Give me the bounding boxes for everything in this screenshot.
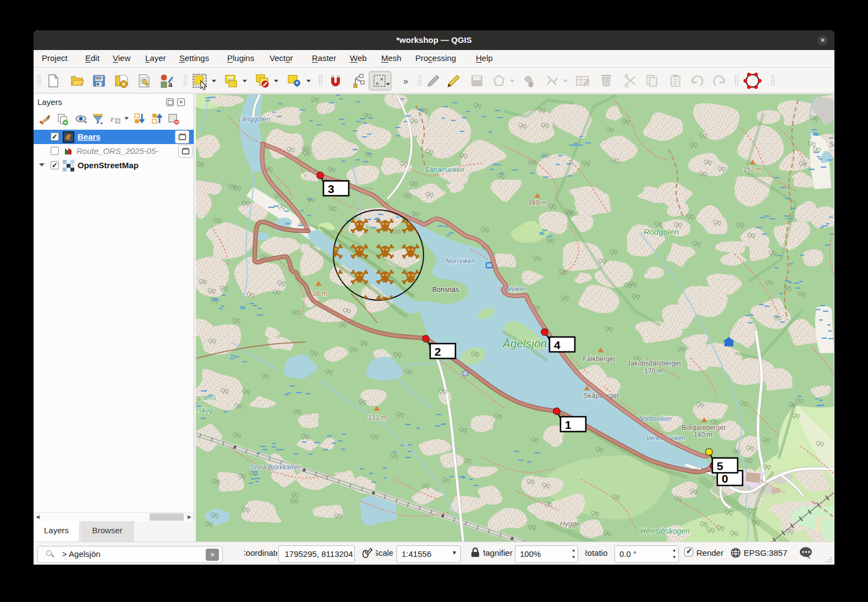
svg-text:Herrsjöskogen: Herrsjöskogen [640,527,690,535]
svg-text:Ågelsjön: Ågelsjön [502,337,547,350]
svg-text:gölens: gölens [196,394,216,402]
svg-text:152 m: 152 m [743,165,761,173]
svg-text:Borgareberget: Borgareberget [682,424,726,432]
svg-text:a: a [168,80,173,89]
svg-text:Långgölen: Långgölen [238,115,270,123]
svg-text:3: 3 [328,183,334,195]
svg-text:140 m: 140 m [694,431,712,439]
svg-text:4: 4 [554,339,561,351]
svg-text:Rödgölen: Rödgölen [644,227,679,236]
svg-text:Hygge: Hygge [560,520,580,528]
svg-text:131 m: 131 m [368,414,387,422]
svg-text:Sätramarken: Sätramarken [425,166,464,174]
svg-text:170 m: 170 m [644,367,662,375]
svg-text:S: S [829,141,834,148]
svg-text:Bonsnäs: Bonsnäs [432,286,459,294]
svg-text:Notboviken: Notboviken [639,415,672,423]
svg-text:Norrviken: Norrviken [446,257,475,265]
svg-text:rskog: rskog [196,406,213,414]
svg-text:Falkberget: Falkberget [583,355,616,363]
svg-text:Stora Björkkärret: Stora Björkkärret [250,463,300,471]
svg-text:149 m: 149 m [528,199,546,207]
svg-text:1: 1 [565,418,572,431]
svg-text:Jakobsdalsberget: Jakobsdalsberget [627,360,682,367]
svg-text:0: 0 [722,472,728,485]
svg-text:ε: ε [111,114,114,123]
svg-text:2: 2 [435,345,441,358]
svg-text:»: » [403,76,408,86]
svg-text:5: 5 [717,460,723,472]
